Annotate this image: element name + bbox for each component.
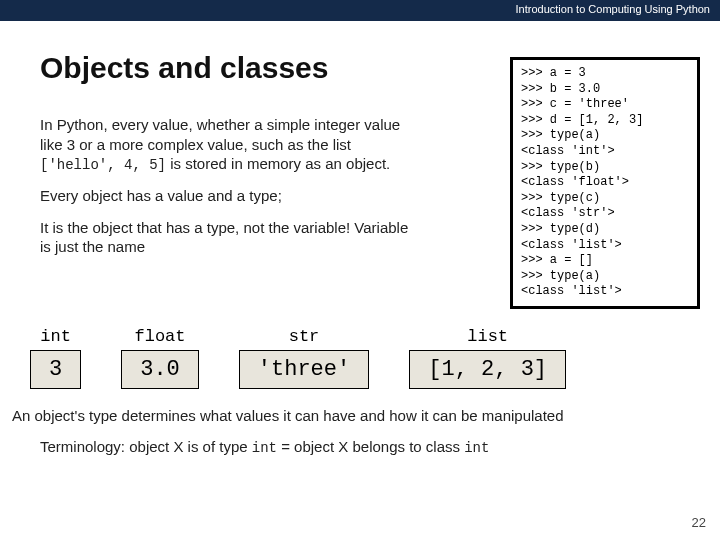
term-code-2: int	[464, 440, 489, 456]
type-box-int: 3	[30, 350, 81, 389]
types-row: int 3 float 3.0 str 'three' list [1, 2, …	[0, 321, 720, 389]
paragraph-3: It is the object that has a type, not th…	[40, 218, 410, 257]
type-col-int: int 3	[30, 327, 81, 389]
paragraph-2: Every object has a value and a type;	[40, 186, 410, 206]
left-column: Objects and classes In Python, every val…	[40, 51, 490, 309]
page-title: Objects and classes	[40, 51, 490, 85]
type-box-list: [1, 2, 3]	[409, 350, 566, 389]
main-content: Objects and classes In Python, every val…	[0, 21, 720, 319]
type-label-str: str	[289, 327, 320, 346]
type-label-int: int	[40, 327, 71, 346]
term-text-b: = object X belongs to class	[277, 438, 464, 455]
para1-text-a: In Python, every value, whether a simple…	[40, 116, 400, 153]
term-code-1: int	[252, 440, 277, 456]
page-number: 22	[692, 515, 706, 530]
paragraph-1: In Python, every value, whether a simple…	[40, 115, 410, 174]
terminology-line: Terminology: object X is of type int = o…	[0, 424, 720, 456]
type-label-float: float	[135, 327, 186, 346]
type-label-list: list	[467, 327, 508, 346]
type-col-list: list [1, 2, 3]	[409, 327, 566, 389]
type-col-float: float 3.0	[121, 327, 199, 389]
right-column: >>> a = 3 >>> b = 3.0 >>> c = 'three' >>…	[510, 51, 700, 309]
para1-text-b: is stored in memory as an object.	[166, 155, 390, 172]
type-col-str: str 'three'	[239, 327, 369, 389]
type-box-str: 'three'	[239, 350, 369, 389]
term-text-a: Terminology: object X is of type	[40, 438, 252, 455]
terminal-output: >>> a = 3 >>> b = 3.0 >>> c = 'three' >>…	[510, 57, 700, 309]
header-bar: Introduction to Computing Using Python	[0, 0, 720, 21]
footer-line: An object's type determines what values …	[0, 389, 720, 424]
type-box-float: 3.0	[121, 350, 199, 389]
course-title: Introduction to Computing Using Python	[516, 3, 710, 15]
para1-code: ['hello', 4, 5]	[40, 157, 166, 173]
